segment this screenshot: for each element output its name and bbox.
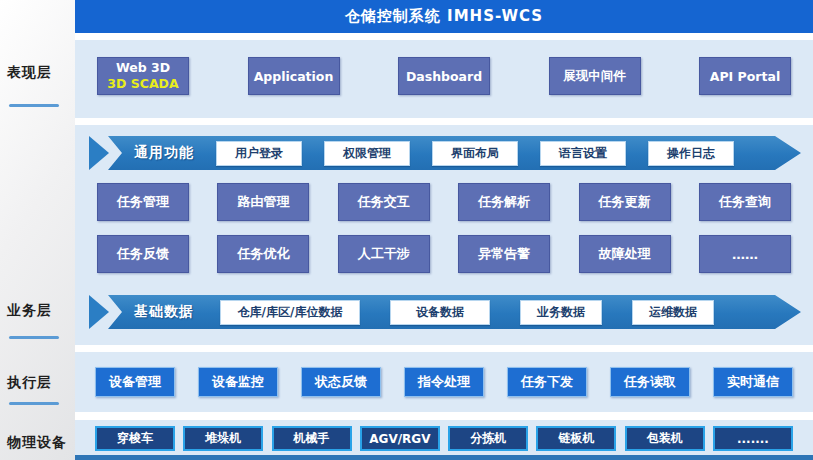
chip-warehouse-zone-location-data: 仓库/库区/库位数据 <box>220 300 360 325</box>
physical-equipment-panel: 穿梭车 堆垛机 机械手 AGV/RGV 分拣机 链板机 包装机 ....... <box>75 420 813 455</box>
chip-ui-layout: 界面布局 <box>432 141 518 166</box>
presentation-layer-panel: Web 3D 3D SCADA Application Dashboard 展现… <box>75 40 813 118</box>
block-task-update: 任务更新 <box>579 183 671 221</box>
block-application: Application <box>248 57 340 95</box>
block-dashboard: Dashboard <box>398 57 490 95</box>
execution-layer-underline <box>9 402 59 405</box>
task-button-row-1: 任务管理 路由管理 任务交互 任务解析 任务更新 任务查询 <box>75 183 813 221</box>
block-device-monitoring: 设备监控 <box>198 367 278 397</box>
web3d-line2: 3D SCADA <box>107 76 178 92</box>
system-title: 仓储控制系统 IMHS-WCS <box>345 7 543 26</box>
chip-language-settings: 语言设置 <box>540 141 626 166</box>
chip-permission-mgmt: 权限管理 <box>324 141 410 166</box>
block-shuttle-car: 穿梭车 <box>95 426 175 451</box>
block-task-parsing: 任务解析 <box>458 183 550 221</box>
block-robot-arm: 机械手 <box>272 426 352 451</box>
business-layer-panel: 通用功能 用户登录 权限管理 界面布局 语言设置 操作日志 任务管理 路由管理 … <box>75 125 813 345</box>
execution-layer-label: 执行层 <box>7 374 52 392</box>
block-task-reading: 任务读取 <box>610 367 690 397</box>
physical-layer-label: 物理设备 <box>7 434 67 452</box>
block-task-optimization: 任务优化 <box>217 235 309 273</box>
task-button-row-2: 任务反馈 任务优化 人工干涉 异常告警 故障处理 …… <box>75 235 813 273</box>
block-equipment-more: ....... <box>713 426 793 451</box>
presentation-button-row: Web 3D 3D SCADA Application Dashboard 展现… <box>75 57 813 95</box>
business-layer-label: 业务层 <box>7 302 52 320</box>
execution-button-row: 设备管理 设备监控 状态反馈 指令处理 任务下发 任务读取 实时通信 <box>75 367 813 397</box>
bottom-accent-bar <box>75 455 813 460</box>
block-manual-intervention: 人工干涉 <box>338 235 430 273</box>
block-task-dispatch: 任务下发 <box>507 367 587 397</box>
block-fault-handling: 故障处理 <box>579 235 671 273</box>
common-functions-title: 通用功能 <box>134 144 194 162</box>
block-web3d-scada: Web 3D 3D SCADA <box>97 57 189 95</box>
block-packing-machine: 包装机 <box>625 426 705 451</box>
block-task-more: …… <box>699 235 791 273</box>
block-exception-alarm: 异常告警 <box>458 235 550 273</box>
base-data-title: 基础数据 <box>134 303 194 321</box>
chip-business-data: 业务数据 <box>520 300 602 325</box>
chip-ops-data: 运维数据 <box>632 300 714 325</box>
block-chain-conveyor: 链板机 <box>536 426 616 451</box>
presentation-layer-underline <box>9 104 59 107</box>
block-api-portal: API Portal <box>699 57 791 95</box>
block-agv-rgv: AGV/RGV <box>360 426 440 451</box>
block-device-management: 设备管理 <box>95 367 175 397</box>
block-sorter: 分拣机 <box>448 426 528 451</box>
common-functions-band: 通用功能 用户登录 权限管理 界面布局 语言设置 操作日志 <box>98 136 801 170</box>
system-title-bar: 仓储控制系统 IMHS-WCS <box>75 0 813 33</box>
business-layer-underline <box>9 336 59 339</box>
base-data-band: 基础数据 仓库/库区/库位数据 设备数据 业务数据 运维数据 <box>98 295 801 329</box>
block-route-management: 路由管理 <box>217 183 309 221</box>
block-task-feedback: 任务反馈 <box>97 235 189 273</box>
banner-tail-arrow-icon <box>89 136 109 170</box>
base-data-banner: 基础数据 仓库/库区/库位数据 设备数据 业务数据 运维数据 <box>89 295 801 329</box>
block-task-interaction: 任务交互 <box>338 183 430 221</box>
execution-layer-panel: 设备管理 设备监控 状态反馈 指令处理 任务下发 任务读取 实时通信 <box>75 352 813 412</box>
banner-tail-arrow-icon <box>89 295 109 329</box>
physical-button-row: 穿梭车 堆垛机 机械手 AGV/RGV 分拣机 链板机 包装机 ....... <box>75 426 813 451</box>
layer-label-rail: 表现层 业务层 执行层 物理设备 <box>0 0 75 460</box>
common-functions-banner: 通用功能 用户登录 权限管理 界面布局 语言设置 操作日志 <box>89 136 801 170</box>
block-task-management: 任务管理 <box>97 183 189 221</box>
block-display-middleware: 展现中间件 <box>549 57 641 95</box>
block-command-processing: 指令处理 <box>404 367 484 397</box>
block-stacker-crane: 堆垛机 <box>183 426 263 451</box>
block-status-feedback: 状态反馈 <box>301 367 381 397</box>
presentation-layer-label: 表现层 <box>7 64 52 82</box>
web3d-line1: Web 3D <box>116 60 170 76</box>
block-realtime-communication: 实时通信 <box>713 367 793 397</box>
block-task-query: 任务查询 <box>699 183 791 221</box>
chip-equipment-data: 设备数据 <box>390 300 490 325</box>
chip-operation-log: 操作日志 <box>648 141 734 166</box>
chip-user-login: 用户登录 <box>216 141 302 166</box>
